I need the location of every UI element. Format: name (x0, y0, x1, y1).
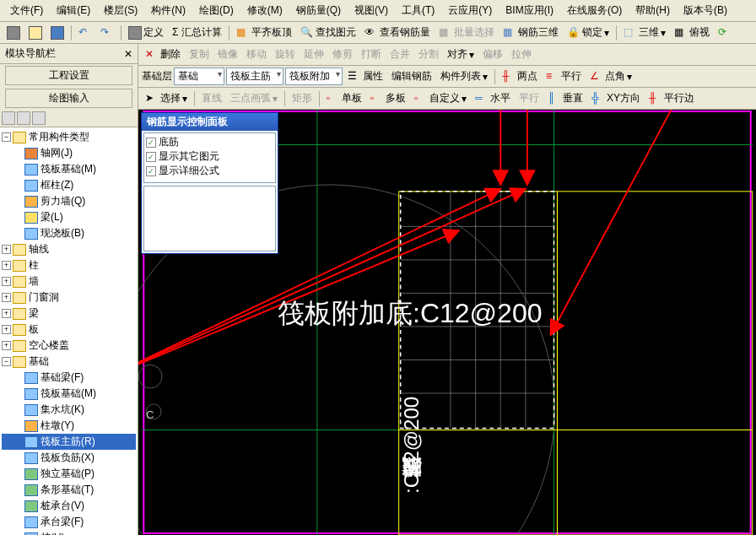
break-button[interactable]: 打断 (358, 46, 385, 63)
parallel2-button[interactable]: ≡平行 (543, 68, 585, 85)
select-button[interactable]: ➤选择▾ (142, 89, 191, 107)
custom-button[interactable]: ▫自定义▾ (411, 89, 470, 107)
xydir-button[interactable]: ╬XY方向 (588, 89, 644, 107)
split-button[interactable]: 分割 (415, 46, 442, 63)
menu-edit[interactable]: 编辑(E) (50, 2, 97, 19)
tree-item-pier[interactable]: 柱墩(Y) (2, 418, 136, 434)
tree-item-beam[interactable]: 梁(L) (2, 209, 136, 225)
stretch-button[interactable]: 拉伸 (508, 46, 535, 63)
drawing-canvas[interactable]: 筏板附加底:C12@200 筏板附加底:C12@200 C 钢筋显示控制面板 ✓… (138, 110, 756, 535)
horiz-button[interactable]: ═水平 (472, 89, 514, 107)
tree-item-raft[interactable]: 筏板基础(M) (2, 161, 136, 177)
menu-version[interactable]: 版本号(B) (677, 2, 734, 19)
menu-view[interactable]: 视图(V) (348, 2, 395, 19)
menu-bim[interactable]: BIM应用(I) (499, 2, 560, 19)
new-button[interactable] (3, 24, 24, 41)
draw-input-button[interactable]: 绘图输入 (5, 89, 132, 108)
menu-component[interactable]: 构件(N) (144, 2, 192, 19)
findelem-button[interactable]: 🔍查找图元 (297, 24, 359, 41)
menu-rebar[interactable]: 钢筋量(Q) (289, 2, 348, 19)
offset-button[interactable]: 偏移 (479, 46, 506, 63)
tree-item-raftmain[interactable]: 筏板主筋(R) (2, 434, 136, 450)
tree-folder-foundation[interactable]: −基础 (2, 354, 136, 370)
menu-draw[interactable]: 绘图(D) (192, 2, 240, 19)
trim-button[interactable]: 修剪 (329, 46, 356, 63)
panel-close-icon[interactable]: ✕ (124, 48, 132, 60)
expand-all-icon[interactable] (2, 111, 15, 125)
tree-item-indep[interactable]: 独立基础(P) (2, 466, 136, 482)
tree-option-icon[interactable] (32, 111, 46, 125)
twopts-button[interactable]: ╫两点 (499, 68, 541, 85)
tree-folder-hollow[interactable]: +空心楼盖 (2, 338, 136, 354)
save-button[interactable] (47, 24, 68, 41)
prop-button[interactable]: ☰属性 (344, 68, 386, 85)
project-settings-button[interactable]: 工程设置 (5, 66, 132, 85)
collapse-all-icon[interactable] (17, 111, 30, 125)
chk-bottom-rebar[interactable]: ✓底筋 (146, 135, 273, 149)
menu-online[interactable]: 在线服务(O) (560, 2, 629, 19)
menu-modify[interactable]: 修改(M) (240, 2, 289, 19)
menu-tools[interactable]: 工具(T) (395, 2, 441, 19)
tree-item-pilecap[interactable]: 桩承台(V) (2, 498, 136, 514)
move-button[interactable]: 移动 (243, 46, 270, 63)
addlrebar-combo[interactable]: 筏板附加 (285, 68, 343, 85)
vert-button[interactable]: ║垂直 (544, 89, 586, 107)
tree-item-raftneg[interactable]: 筏板负筋(X) (2, 450, 136, 466)
tree-folder-axis[interactable]: +轴线 (2, 241, 136, 257)
viewrebar-button[interactable]: 👁查看钢筋量 (361, 24, 434, 41)
floating-panel-title[interactable]: 钢筋显示控制面板 (142, 113, 278, 131)
sumcalc-button[interactable]: Σ 汇总计算 (169, 24, 225, 41)
rebar3d-button[interactable]: ▦钢筋三维 (500, 24, 562, 41)
redo-button[interactable]: ↷ (97, 24, 117, 41)
align-button[interactable]: 对齐▾ (444, 46, 478, 63)
edgeparallel-button[interactable]: ╫平行边 (645, 89, 698, 107)
tree-root[interactable]: −常用构件类型 (2, 129, 136, 145)
merge-button[interactable]: 合并 (386, 46, 413, 63)
tree-item-strip[interactable]: 条形基础(T) (2, 482, 136, 498)
tree-folder-wall[interactable]: +墙 (2, 273, 136, 289)
rect-button[interactable]: 矩形 (289, 89, 316, 107)
tree-item-basebeam[interactable]: 基础梁(F) (2, 370, 136, 386)
aerial-button[interactable]: ▦俯视 (671, 24, 713, 41)
parallel3-button[interactable]: 平行 (516, 89, 543, 107)
menu-floor[interactable]: 楼层(S) (97, 2, 144, 19)
editrebar-button[interactable]: 编辑钢筋 (388, 68, 435, 85)
mirror-button[interactable]: 镜像 (214, 46, 241, 63)
delete-button[interactable]: ✕删除 (142, 46, 184, 63)
refresh-button[interactable]: ⟳ (715, 24, 735, 41)
open-button[interactable] (25, 24, 46, 41)
tree-item-capbeam[interactable]: 承台梁(F) (2, 514, 136, 530)
baselayer-combo[interactable]: 基础 (174, 68, 224, 85)
tree-folder-column[interactable]: +柱 (2, 257, 136, 273)
tree-folder-beam[interactable]: +梁 (2, 305, 136, 322)
menu-file[interactable]: 文件(F) (3, 2, 50, 19)
lock-button[interactable]: 🔒锁定▾ (564, 24, 613, 41)
view3d-button[interactable]: ⬚三维▾ (620, 24, 669, 41)
batchsel-button[interactable]: ▦批量选择 (435, 24, 498, 41)
ptangle-button[interactable]: ∠点角▾ (586, 68, 635, 85)
tree-item-sump[interactable]: 集水坑(K) (2, 402, 136, 418)
menu-help[interactable]: 帮助(H) (629, 2, 677, 19)
extend-button[interactable]: 延伸 (300, 46, 327, 63)
rotate-button[interactable]: 旋转 (272, 46, 299, 63)
multi-button[interactable]: ▫多板 (367, 89, 409, 107)
elemlist-button[interactable]: 构件列表▾ (437, 68, 491, 85)
mainrebar-combo[interactable]: 筏板主筋 (226, 68, 284, 85)
single-button[interactable]: ▫单板 (323, 89, 365, 107)
menu-cloud[interactable]: 云应用(Y) (441, 2, 499, 19)
copy-button[interactable]: 复制 (186, 46, 213, 63)
tree-item-pile[interactable]: 桩(U) (2, 530, 136, 535)
tree-item-shearwall[interactable]: 剪力墙(Q) (2, 193, 136, 209)
chk-show-formula[interactable]: ✓显示详细公式 (146, 164, 273, 178)
define-button[interactable]: 定义 (125, 24, 167, 41)
line-button[interactable]: 直线 (198, 89, 225, 107)
tree-folder-opening[interactable]: +门窗洞 (2, 289, 136, 305)
tree-item-slab[interactable]: 现浇板(B) (2, 225, 136, 241)
tree-item-raft2[interactable]: 筏板基础(M) (2, 386, 136, 402)
tree-item-framecol[interactable]: 框柱(Z) (2, 177, 136, 193)
rebar-display-panel[interactable]: 钢筋显示控制面板 ✓底筋 ✓显示其它图元 ✓显示详细公式 (141, 112, 278, 254)
board-button[interactable]: ▦平齐板顶 (233, 24, 295, 41)
undo-button[interactable]: ↶ (75, 24, 95, 41)
arc3-button[interactable]: 三点画弧▾ (227, 89, 281, 107)
chk-show-other[interactable]: ✓显示其它图元 (146, 149, 273, 164)
